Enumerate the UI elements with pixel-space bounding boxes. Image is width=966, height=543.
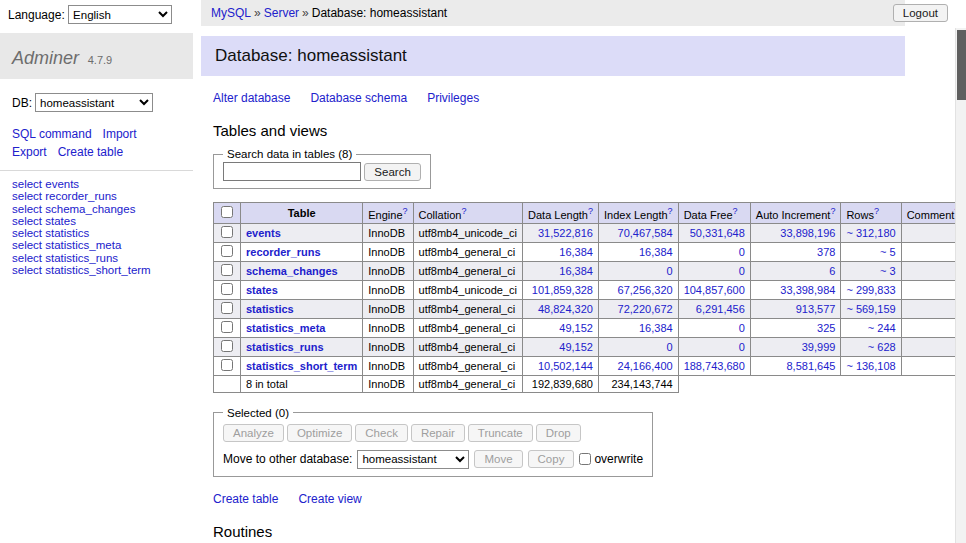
table-link-events[interactable]: events bbox=[246, 227, 281, 239]
row-checkbox[interactable] bbox=[221, 359, 233, 371]
index-length-link[interactable]: 0 bbox=[667, 265, 673, 277]
auto-increment-link[interactable]: 6 bbox=[829, 265, 835, 277]
breadcrumb-link-mysql[interactable]: MySQL bbox=[211, 6, 251, 20]
index-length-link[interactable]: 70,467,584 bbox=[618, 227, 673, 239]
move-button[interactable]: Move bbox=[474, 450, 522, 468]
index-length-link[interactable]: 72,220,672 bbox=[618, 303, 673, 315]
vertical-scrollbar[interactable] bbox=[955, 28, 966, 543]
optimize-button[interactable]: Optimize bbox=[287, 424, 352, 442]
row-checkbox[interactable] bbox=[221, 226, 233, 238]
table-link-schema_changes[interactable]: schema_changes bbox=[246, 265, 338, 277]
auto-increment-link[interactable]: 39,999 bbox=[802, 341, 836, 353]
column-help-icon[interactable]: ? bbox=[733, 206, 738, 216]
scrollbar-thumb[interactable] bbox=[957, 30, 966, 100]
sidebar-item-select-events[interactable]: select events bbox=[12, 178, 193, 190]
data-length-link[interactable]: 16,384 bbox=[559, 246, 593, 258]
repair-button[interactable]: Repair bbox=[411, 424, 465, 442]
index-length-link[interactable]: 16,384 bbox=[639, 322, 673, 334]
data-free-link[interactable]: 104,857,600 bbox=[684, 284, 745, 296]
import-link[interactable]: Import bbox=[103, 127, 137, 141]
data-free-link[interactable]: 6,291,456 bbox=[696, 303, 745, 315]
alter-database-link[interactable]: Alter database bbox=[213, 91, 290, 105]
table-link-statistics[interactable]: statistics bbox=[246, 303, 294, 315]
db-select[interactable]: homeassistant bbox=[35, 93, 153, 112]
check-button[interactable]: Check bbox=[355, 424, 408, 442]
index-length-link[interactable]: 67,256,320 bbox=[618, 284, 673, 296]
create-table-link[interactable]: Create table bbox=[213, 492, 278, 506]
data-length-link[interactable]: 48,824,320 bbox=[538, 303, 593, 315]
data-free-link[interactable]: 0 bbox=[739, 265, 745, 277]
table-link-statistics_runs[interactable]: statistics_runs bbox=[246, 341, 324, 353]
sidebar-item-select-schema_changes[interactable]: select schema_changes bbox=[12, 203, 193, 215]
table-link-statistics_short_term[interactable]: statistics_short_term bbox=[246, 360, 357, 372]
column-help-icon[interactable]: ? bbox=[830, 206, 835, 216]
sidebar-item-select-statistics_short_term[interactable]: select statistics_short_term bbox=[12, 264, 193, 276]
copy-button[interactable]: Copy bbox=[528, 450, 575, 468]
table-link-states[interactable]: states bbox=[246, 284, 278, 296]
data-free-link[interactable]: 0 bbox=[739, 341, 745, 353]
column-help-icon[interactable]: ? bbox=[588, 206, 593, 216]
overwrite-option[interactable]: overwrite bbox=[579, 452, 643, 466]
table-link-statistics_meta[interactable]: statistics_meta bbox=[246, 322, 326, 334]
auto-increment-link[interactable]: 913,577 bbox=[796, 303, 836, 315]
rows-count-link[interactable]: ~ 299,833 bbox=[846, 284, 895, 296]
data-length-link[interactable]: 31,522,816 bbox=[538, 227, 593, 239]
data-free-link[interactable]: 50,331,648 bbox=[690, 227, 745, 239]
table-link-recorder_runs[interactable]: recorder_runs bbox=[246, 246, 321, 258]
row-checkbox[interactable] bbox=[221, 340, 233, 352]
data-free-link[interactable]: 188,743,680 bbox=[684, 360, 745, 372]
move-database-select[interactable]: homeassistant bbox=[357, 450, 469, 469]
row-checkbox[interactable] bbox=[221, 302, 233, 314]
sidebar-item-select-states[interactable]: select states bbox=[12, 215, 193, 227]
index-length-link[interactable]: 24,166,400 bbox=[618, 360, 673, 372]
rows-count-link[interactable]: ~ 5 bbox=[880, 246, 896, 258]
data-length-link[interactable]: 49,152 bbox=[559, 322, 593, 334]
export-link[interactable]: Export bbox=[12, 145, 47, 159]
search-input[interactable] bbox=[223, 162, 361, 181]
select-all-checkbox[interactable] bbox=[221, 206, 233, 218]
index-length-link[interactable]: 16,384 bbox=[639, 246, 673, 258]
column-help-icon[interactable]: ? bbox=[874, 206, 879, 216]
row-checkbox[interactable] bbox=[221, 264, 233, 276]
rows-count-link[interactable]: ~ 312,180 bbox=[846, 227, 895, 239]
data-free-link[interactable]: 0 bbox=[739, 322, 745, 334]
rows-count-link[interactable]: ~ 3 bbox=[880, 265, 896, 277]
column-help-icon[interactable]: ? bbox=[668, 206, 673, 216]
auto-increment-link[interactable]: 33,398,984 bbox=[780, 284, 835, 296]
row-checkbox[interactable] bbox=[221, 283, 233, 295]
data-length-link[interactable]: 16,384 bbox=[559, 265, 593, 277]
column-help-icon[interactable]: ? bbox=[461, 206, 466, 216]
breadcrumb-link-server[interactable]: Server bbox=[264, 6, 299, 20]
sidebar-item-select-statistics_runs[interactable]: select statistics_runs bbox=[12, 252, 193, 264]
row-checkbox[interactable] bbox=[221, 321, 233, 333]
search-button[interactable]: Search bbox=[364, 163, 420, 181]
create-table-sidebar-link[interactable]: Create table bbox=[58, 145, 123, 159]
auto-increment-link[interactable]: 378 bbox=[817, 246, 835, 258]
sidebar-item-select-recorder_runs[interactable]: select recorder_runs bbox=[12, 190, 193, 202]
auto-increment-link[interactable]: 8,581,645 bbox=[786, 360, 835, 372]
rows-count-link[interactable]: ~ 569,159 bbox=[846, 303, 895, 315]
sidebar-item-select-statistics_meta[interactable]: select statistics_meta bbox=[12, 239, 193, 251]
rows-count-link[interactable]: ~ 244 bbox=[868, 322, 896, 334]
rows-count-link[interactable]: ~ 628 bbox=[868, 341, 896, 353]
language-select[interactable]: English bbox=[68, 5, 172, 24]
database-schema-link[interactable]: Database schema bbox=[310, 91, 407, 105]
sql-command-link[interactable]: SQL command bbox=[12, 127, 92, 141]
data-length-link[interactable]: 49,152 bbox=[559, 341, 593, 353]
rows-count-link[interactable]: ~ 136,108 bbox=[846, 360, 895, 372]
data-length-link[interactable]: 101,859,328 bbox=[532, 284, 593, 296]
index-length-link[interactable]: 0 bbox=[667, 341, 673, 353]
auto-increment-link[interactable]: 325 bbox=[817, 322, 835, 334]
column-help-icon[interactable]: ? bbox=[403, 206, 408, 216]
data-free-link[interactable]: 0 bbox=[739, 246, 745, 258]
privileges-link[interactable]: Privileges bbox=[427, 91, 479, 105]
auto-increment-link[interactable]: 33,898,196 bbox=[780, 227, 835, 239]
create-view-link[interactable]: Create view bbox=[298, 492, 361, 506]
logout-button[interactable]: Logout bbox=[893, 4, 948, 22]
overwrite-checkbox[interactable] bbox=[579, 453, 591, 465]
data-length-link[interactable]: 10,502,144 bbox=[538, 360, 593, 372]
row-checkbox[interactable] bbox=[221, 245, 233, 257]
sidebar-item-select-statistics[interactable]: select statistics bbox=[12, 227, 193, 239]
analyze-button[interactable]: Analyze bbox=[223, 424, 284, 442]
truncate-button[interactable]: Truncate bbox=[468, 424, 533, 442]
